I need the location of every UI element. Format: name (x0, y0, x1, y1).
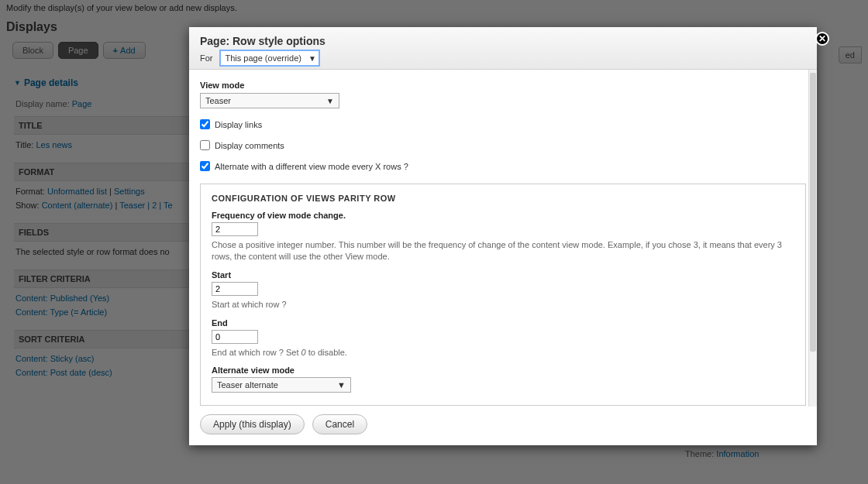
start-block: Start Start at which row ? (212, 270, 794, 311)
altvm-select[interactable]: Teaser alternate ▼ (212, 377, 351, 393)
dialog-footer: Apply (this display) Cancel (189, 407, 817, 445)
view-mode-select[interactable]: Teaser ▼ (200, 93, 339, 108)
dialog-title: Page: Row style options (200, 35, 806, 47)
dialog-for-row: For This page (override) ▼ (200, 53, 806, 63)
view-mode-value: Teaser (205, 96, 231, 105)
cancel-button[interactable]: Cancel (312, 414, 367, 434)
row-style-dialog: Page: Row style options ✕ For This page … (189, 27, 817, 445)
display-links-label: Display links (215, 120, 262, 129)
chevron-down-icon: ▼ (337, 380, 346, 390)
alternate-label: Alternate with a different view mode eve… (215, 162, 408, 171)
start-label: Start (212, 270, 794, 280)
apply-button[interactable]: Apply (this display) (200, 414, 305, 434)
view-mode-label: View mode (200, 81, 806, 90)
frequency-label: Frequency of view mode change. (212, 211, 794, 220)
frequency-input[interactable] (212, 222, 258, 236)
end-desc-a: End at which row ? Set (212, 348, 301, 357)
dialog-header: Page: Row style options ✕ For This page … (189, 27, 817, 70)
end-label: End (212, 318, 794, 328)
display-comments-label: Display comments (215, 141, 284, 150)
scrollbar-thumb[interactable] (810, 73, 816, 352)
for-select-value: This page (override) (226, 53, 301, 63)
end-desc-b: to disable. (306, 348, 347, 357)
display-comments-row: Display comments (200, 140, 806, 150)
altvm-label: Alternate view mode (212, 366, 794, 375)
dialog-body: View mode Teaser ▼ Display links Display… (189, 70, 817, 407)
end-block: End End at which row ? Set 0 to disable. (212, 318, 794, 359)
end-input[interactable] (212, 330, 258, 344)
altvm-value: Teaser alternate (217, 380, 278, 390)
start-input[interactable] (212, 282, 258, 296)
altvm-block: Alternate view mode Teaser alternate ▼ (212, 366, 794, 393)
close-icon[interactable]: ✕ (815, 32, 829, 46)
parity-fieldset: CONFIGURATION OF VIEWS PARITY ROW Freque… (200, 184, 806, 406)
frequency-block: Frequency of view mode change. Chose a p… (212, 211, 794, 263)
for-select[interactable]: This page (override) (219, 50, 320, 67)
start-desc: Start at which row ? (212, 299, 794, 311)
alternate-checkbox[interactable] (200, 161, 210, 171)
fieldset-legend: CONFIGURATION OF VIEWS PARITY ROW (212, 194, 794, 203)
end-desc: End at which row ? Set 0 to disable. (212, 347, 794, 359)
frequency-desc: Chose a positive integer number. This nu… (212, 239, 794, 263)
alternate-row: Alternate with a different view mode eve… (200, 161, 806, 171)
dialog-scrollbar[interactable] (808, 70, 817, 407)
chevron-down-icon: ▼ (326, 97, 334, 105)
display-links-row: Display links (200, 119, 806, 129)
display-comments-checkbox[interactable] (200, 140, 210, 150)
display-links-checkbox[interactable] (200, 119, 210, 129)
for-label: For (200, 53, 213, 63)
